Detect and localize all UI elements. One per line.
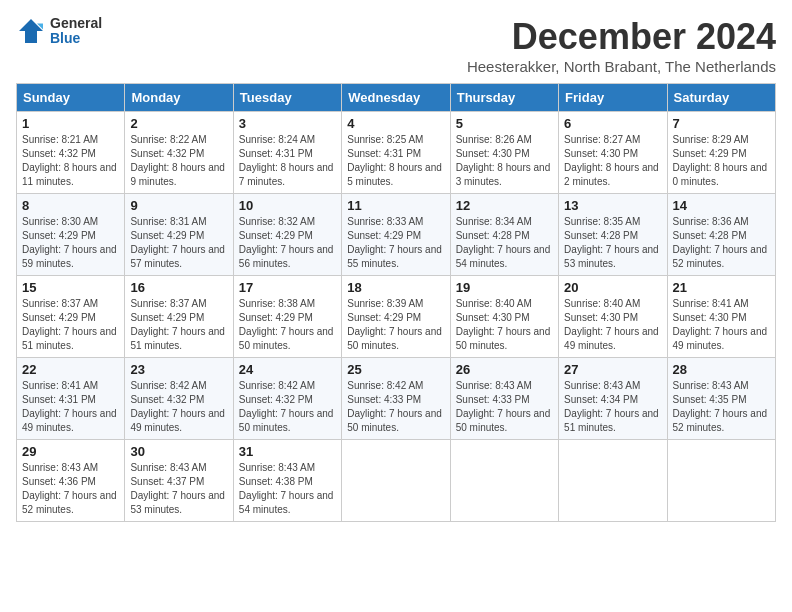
day-number: 8 [22,198,119,213]
day-cell: 3Sunrise: 8:24 AM Sunset: 4:31 PM Daylig… [233,112,341,194]
day-info: Sunrise: 8:43 AM Sunset: 4:37 PM Dayligh… [130,461,227,517]
day-info: Sunrise: 8:43 AM Sunset: 4:36 PM Dayligh… [22,461,119,517]
weekday-header-tuesday: Tuesday [233,84,341,112]
day-number: 23 [130,362,227,377]
day-number: 10 [239,198,336,213]
svg-marker-0 [19,19,43,43]
week-row-1: 1Sunrise: 8:21 AM Sunset: 4:32 PM Daylig… [17,112,776,194]
day-cell: 24Sunrise: 8:42 AM Sunset: 4:32 PM Dayli… [233,358,341,440]
logo: General Blue [16,16,102,47]
day-number: 27 [564,362,661,377]
day-cell: 13Sunrise: 8:35 AM Sunset: 4:28 PM Dayli… [559,194,667,276]
day-cell: 21Sunrise: 8:41 AM Sunset: 4:30 PM Dayli… [667,276,775,358]
day-number: 22 [22,362,119,377]
day-cell: 10Sunrise: 8:32 AM Sunset: 4:29 PM Dayli… [233,194,341,276]
week-row-4: 22Sunrise: 8:41 AM Sunset: 4:31 PM Dayli… [17,358,776,440]
location-subtitle: Heesterakker, North Brabant, The Netherl… [467,58,776,75]
day-cell: 30Sunrise: 8:43 AM Sunset: 4:37 PM Dayli… [125,440,233,522]
day-number: 21 [673,280,770,295]
weekday-header-thursday: Thursday [450,84,558,112]
day-number: 7 [673,116,770,131]
day-cell [559,440,667,522]
day-info: Sunrise: 8:43 AM Sunset: 4:38 PM Dayligh… [239,461,336,517]
day-info: Sunrise: 8:43 AM Sunset: 4:35 PM Dayligh… [673,379,770,435]
day-info: Sunrise: 8:41 AM Sunset: 4:31 PM Dayligh… [22,379,119,435]
day-info: Sunrise: 8:22 AM Sunset: 4:32 PM Dayligh… [130,133,227,189]
day-cell: 12Sunrise: 8:34 AM Sunset: 4:28 PM Dayli… [450,194,558,276]
day-info: Sunrise: 8:30 AM Sunset: 4:29 PM Dayligh… [22,215,119,271]
day-cell [342,440,450,522]
day-info: Sunrise: 8:35 AM Sunset: 4:28 PM Dayligh… [564,215,661,271]
day-info: Sunrise: 8:24 AM Sunset: 4:31 PM Dayligh… [239,133,336,189]
day-number: 13 [564,198,661,213]
weekday-header-saturday: Saturday [667,84,775,112]
day-cell: 15Sunrise: 8:37 AM Sunset: 4:29 PM Dayli… [17,276,125,358]
day-cell [667,440,775,522]
day-info: Sunrise: 8:41 AM Sunset: 4:30 PM Dayligh… [673,297,770,353]
day-cell: 9Sunrise: 8:31 AM Sunset: 4:29 PM Daylig… [125,194,233,276]
day-number: 2 [130,116,227,131]
day-info: Sunrise: 8:37 AM Sunset: 4:29 PM Dayligh… [22,297,119,353]
day-info: Sunrise: 8:32 AM Sunset: 4:29 PM Dayligh… [239,215,336,271]
day-info: Sunrise: 8:36 AM Sunset: 4:28 PM Dayligh… [673,215,770,271]
day-number: 25 [347,362,444,377]
day-number: 18 [347,280,444,295]
logo-text: General Blue [50,16,102,47]
day-cell: 26Sunrise: 8:43 AM Sunset: 4:33 PM Dayli… [450,358,558,440]
day-number: 20 [564,280,661,295]
day-number: 17 [239,280,336,295]
week-row-3: 15Sunrise: 8:37 AM Sunset: 4:29 PM Dayli… [17,276,776,358]
day-cell: 6Sunrise: 8:27 AM Sunset: 4:30 PM Daylig… [559,112,667,194]
day-cell [450,440,558,522]
day-number: 3 [239,116,336,131]
day-info: Sunrise: 8:40 AM Sunset: 4:30 PM Dayligh… [564,297,661,353]
day-info: Sunrise: 8:43 AM Sunset: 4:33 PM Dayligh… [456,379,553,435]
day-info: Sunrise: 8:21 AM Sunset: 4:32 PM Dayligh… [22,133,119,189]
day-cell: 2Sunrise: 8:22 AM Sunset: 4:32 PM Daylig… [125,112,233,194]
day-cell: 7Sunrise: 8:29 AM Sunset: 4:29 PM Daylig… [667,112,775,194]
day-cell: 20Sunrise: 8:40 AM Sunset: 4:30 PM Dayli… [559,276,667,358]
day-info: Sunrise: 8:37 AM Sunset: 4:29 PM Dayligh… [130,297,227,353]
day-cell: 16Sunrise: 8:37 AM Sunset: 4:29 PM Dayli… [125,276,233,358]
day-cell: 14Sunrise: 8:36 AM Sunset: 4:28 PM Dayli… [667,194,775,276]
day-number: 4 [347,116,444,131]
logo-blue: Blue [50,31,102,46]
day-number: 14 [673,198,770,213]
day-info: Sunrise: 8:27 AM Sunset: 4:30 PM Dayligh… [564,133,661,189]
day-cell: 28Sunrise: 8:43 AM Sunset: 4:35 PM Dayli… [667,358,775,440]
day-cell: 5Sunrise: 8:26 AM Sunset: 4:30 PM Daylig… [450,112,558,194]
weekday-header-sunday: Sunday [17,84,125,112]
logo-general: General [50,16,102,31]
day-info: Sunrise: 8:25 AM Sunset: 4:31 PM Dayligh… [347,133,444,189]
day-info: Sunrise: 8:26 AM Sunset: 4:30 PM Dayligh… [456,133,553,189]
day-number: 28 [673,362,770,377]
day-info: Sunrise: 8:40 AM Sunset: 4:30 PM Dayligh… [456,297,553,353]
day-info: Sunrise: 8:38 AM Sunset: 4:29 PM Dayligh… [239,297,336,353]
day-number: 24 [239,362,336,377]
month-title: December 2024 [467,16,776,58]
day-info: Sunrise: 8:42 AM Sunset: 4:33 PM Dayligh… [347,379,444,435]
day-number: 6 [564,116,661,131]
day-cell: 11Sunrise: 8:33 AM Sunset: 4:29 PM Dayli… [342,194,450,276]
title-area: December 2024 Heesterakker, North Braban… [467,16,776,75]
day-number: 12 [456,198,553,213]
day-info: Sunrise: 8:33 AM Sunset: 4:29 PM Dayligh… [347,215,444,271]
day-number: 31 [239,444,336,459]
day-number: 5 [456,116,553,131]
day-cell: 23Sunrise: 8:42 AM Sunset: 4:32 PM Dayli… [125,358,233,440]
weekday-header-wednesday: Wednesday [342,84,450,112]
day-cell: 31Sunrise: 8:43 AM Sunset: 4:38 PM Dayli… [233,440,341,522]
weekday-header-row: SundayMondayTuesdayWednesdayThursdayFrid… [17,84,776,112]
weekday-header-monday: Monday [125,84,233,112]
day-info: Sunrise: 8:43 AM Sunset: 4:34 PM Dayligh… [564,379,661,435]
day-number: 26 [456,362,553,377]
day-info: Sunrise: 8:29 AM Sunset: 4:29 PM Dayligh… [673,133,770,189]
day-number: 16 [130,280,227,295]
day-info: Sunrise: 8:39 AM Sunset: 4:29 PM Dayligh… [347,297,444,353]
day-cell: 19Sunrise: 8:40 AM Sunset: 4:30 PM Dayli… [450,276,558,358]
day-cell: 27Sunrise: 8:43 AM Sunset: 4:34 PM Dayli… [559,358,667,440]
day-info: Sunrise: 8:42 AM Sunset: 4:32 PM Dayligh… [130,379,227,435]
day-number: 11 [347,198,444,213]
day-cell: 29Sunrise: 8:43 AM Sunset: 4:36 PM Dayli… [17,440,125,522]
day-number: 1 [22,116,119,131]
